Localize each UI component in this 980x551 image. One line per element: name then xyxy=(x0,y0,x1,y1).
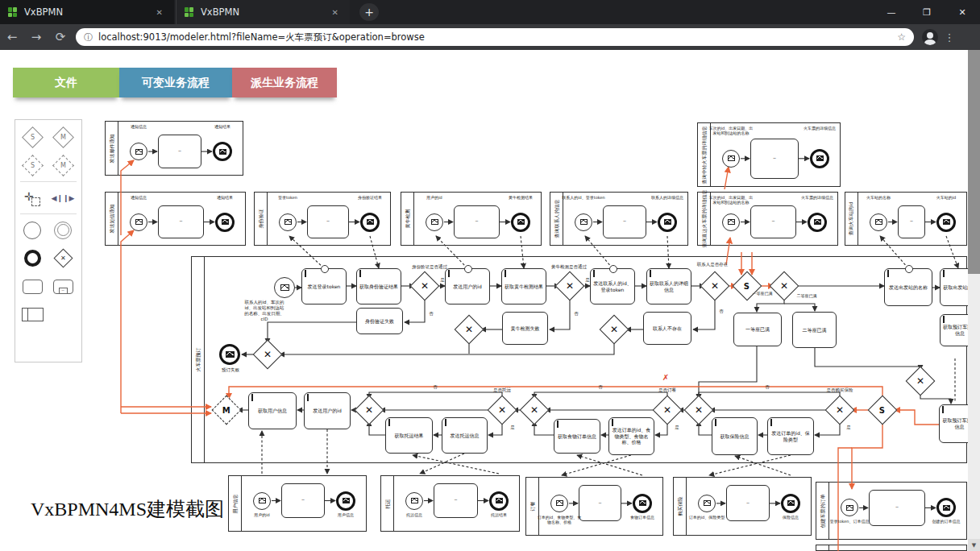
end-event[interactable] xyxy=(213,142,232,161)
task[interactable]: 黄牛检测失败 xyxy=(502,312,548,345)
task[interactable]: 获取保险信息 xyxy=(712,417,758,455)
palette-participant-pool-icon[interactable] xyxy=(17,300,48,329)
start-event[interactable] xyxy=(130,213,147,231)
start-event[interactable] xyxy=(722,213,740,231)
collapsed-task[interactable]: – xyxy=(603,205,646,239)
collapsed-task[interactable]: – xyxy=(454,205,500,239)
collapsed-task[interactable]: – xyxy=(281,483,325,518)
end-event[interactable] xyxy=(808,213,827,232)
start-event[interactable] xyxy=(722,150,740,168)
collapsed-task[interactable]: – xyxy=(726,485,770,521)
task[interactable]: 获取身份验证结果 xyxy=(356,268,401,304)
message-send-icon xyxy=(814,219,821,225)
end-event[interactable] xyxy=(658,213,677,232)
end-event[interactable] xyxy=(511,213,530,232)
task[interactable]: 获取联系人的详细信息 xyxy=(646,268,691,304)
collapsed-task[interactable]: – xyxy=(869,490,925,526)
palette-subprocess-icon[interactable]: − xyxy=(48,272,78,300)
window-restore-button[interactable]: ❐ xyxy=(909,0,945,24)
end-event[interactable] xyxy=(810,149,829,168)
diagram-label: 否 xyxy=(719,309,724,314)
start-event[interactable] xyxy=(130,143,147,160)
end-event[interactable] xyxy=(936,213,956,232)
start-event[interactable] xyxy=(274,277,295,298)
start-event[interactable] xyxy=(550,495,568,512)
collapsed-task[interactable]: – xyxy=(307,205,349,239)
collapsed-task[interactable]: – xyxy=(158,205,204,239)
start-event[interactable] xyxy=(253,492,271,510)
collapsed-task[interactable]: – xyxy=(750,139,799,179)
palette-gateway-single-dashed-icon[interactable]: S xyxy=(17,151,48,180)
browser-tab-1[interactable]: VxBPMN ✕ xyxy=(0,0,174,24)
site-info-icon[interactable]: ⓘ xyxy=(84,31,93,44)
end-event[interactable] xyxy=(489,491,509,511)
task[interactable]: 发送联系人的id、登录token xyxy=(590,268,635,304)
diagram-label: 是 xyxy=(675,425,679,430)
back-icon[interactable]: ← xyxy=(0,30,24,44)
palette-gateway-single-icon[interactable]: S xyxy=(17,123,48,151)
menu-tab-derived-process[interactable]: 派生业务流程 xyxy=(232,68,337,97)
window-close-button[interactable]: ✕ xyxy=(945,0,980,24)
menu-tab-file[interactable]: 文件 xyxy=(13,68,119,97)
task[interactable]: 获取用户信息 xyxy=(248,392,297,429)
palette-exclusive-gateway-icon[interactable]: ✕ xyxy=(48,244,78,272)
palette-gateway-multi-icon[interactable]: M xyxy=(48,123,78,151)
task[interactable]: 发送订单的id、食物类型、食物名称、价格 xyxy=(608,417,654,455)
start-event[interactable] xyxy=(575,213,592,231)
start-event[interactable] xyxy=(279,213,297,231)
reload-icon[interactable]: ⟳ xyxy=(48,30,73,44)
browser-menu-icon[interactable]: ⋮ xyxy=(938,31,961,44)
start-event[interactable] xyxy=(870,213,887,231)
tab-close-icon[interactable]: ✕ xyxy=(153,6,166,19)
menu-tab-variable-process[interactable]: 可变业务流程 xyxy=(119,68,232,97)
task[interactable]: 发送出发站的名称 xyxy=(884,268,932,306)
new-tab-button[interactable]: + xyxy=(359,3,379,21)
collapsed-task[interactable]: – xyxy=(434,483,478,518)
palette-task-icon[interactable] xyxy=(17,272,48,300)
address-bar[interactable]: ⓘ localhost:9013/modeler.html?fileName=火… xyxy=(76,28,914,46)
task[interactable]: 发送登录token xyxy=(301,268,347,304)
window-minimize-button[interactable]: — xyxy=(874,0,909,24)
end-event[interactable] xyxy=(360,213,380,232)
task[interactable]: 身份验证失败 xyxy=(356,308,403,334)
diagram-label: 是 xyxy=(440,277,445,283)
end-event[interactable] xyxy=(633,494,652,513)
tab-close-icon[interactable]: ✕ xyxy=(329,6,342,19)
palette-lasso-tool-icon[interactable]: ✛ xyxy=(17,184,48,212)
profile-avatar[interactable] xyxy=(922,29,938,45)
url-text[interactable]: localhost:9013/modeler.html?fileName=火车票… xyxy=(98,31,897,44)
palette-end-event-icon[interactable] xyxy=(17,244,48,272)
task[interactable]: 二等座已满 xyxy=(792,312,837,348)
collapsed-task[interactable]: – xyxy=(158,135,201,168)
collapsed-task[interactable]: – xyxy=(579,485,621,521)
task[interactable]: 联系人不存在 xyxy=(643,312,691,345)
task[interactable]: 一等座已满 xyxy=(733,313,782,346)
start-event[interactable] xyxy=(426,213,443,231)
palette-space-tool-icon[interactable]: ◀❙❙▶ xyxy=(48,184,78,212)
task[interactable]: 获取食物订单信息 xyxy=(554,419,600,454)
task[interactable]: 获取托运结果 xyxy=(385,417,433,454)
end-event[interactable] xyxy=(219,344,240,365)
scroll-down-icon[interactable]: ▼ xyxy=(968,539,980,551)
vertical-scrollbar[interactable]: ▼ xyxy=(968,50,980,551)
bookmark-star-icon[interactable]: ☆ xyxy=(897,31,906,43)
forward-icon[interactable]: → xyxy=(24,30,48,44)
task[interactable]: 发送用户的id xyxy=(304,392,351,429)
start-event[interactable] xyxy=(698,495,716,512)
collapsed-task[interactable]: – xyxy=(750,205,796,239)
palette-intermediate-event-icon[interactable] xyxy=(48,216,78,244)
scrollbar-thumb[interactable] xyxy=(968,50,980,274)
task[interactable]: 获取黄牛检测结果 xyxy=(501,268,546,304)
end-event[interactable] xyxy=(336,491,355,511)
task[interactable]: 发送托运信息 xyxy=(442,417,488,454)
palette-gateway-multi-dashed-icon[interactable]: M xyxy=(48,151,78,180)
start-event[interactable] xyxy=(405,492,423,510)
collapsed-task[interactable]: – xyxy=(898,205,925,239)
task[interactable]: 发送用户的id xyxy=(445,268,490,304)
message-receive-icon xyxy=(650,270,651,277)
end-event[interactable] xyxy=(215,213,235,232)
task[interactable]: 发送订单的id、保险类型 xyxy=(767,417,814,455)
end-event[interactable] xyxy=(781,494,800,513)
browser-tab-2[interactable]: VxBPMN ✕ xyxy=(176,0,350,24)
palette-start-event-icon[interactable] xyxy=(17,216,48,244)
